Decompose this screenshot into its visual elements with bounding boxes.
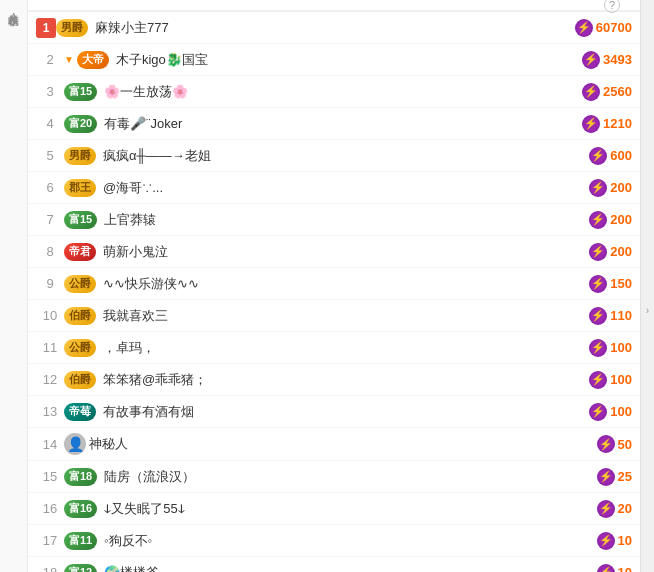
lightning-icon: ⚡	[589, 339, 607, 357]
lightning-icon: ⚡	[589, 179, 607, 197]
rank-row[interactable]: 12伯爵笨笨猪@乖乖猪；⚡100	[28, 364, 640, 396]
user-badge: 帝莓	[64, 403, 96, 421]
user-info: ▼大帝木子kigo🐉国宝	[64, 51, 582, 69]
rank-number: 11	[36, 340, 64, 355]
lightning-icon: ⚡	[597, 532, 615, 550]
rank-row[interactable]: 5男爵疯疯α╫——→老姐⚡600	[28, 140, 640, 172]
user-name: 我就喜欢三	[103, 307, 168, 325]
user-badge: 伯爵	[64, 307, 96, 325]
user-badge: 男爵	[56, 19, 88, 37]
user-info: 富20有毒🎤¨Joker	[64, 115, 582, 133]
score-area: ⚡60700	[575, 19, 632, 37]
rank-row[interactable]: 6郡王@海哥∵...⚡200	[28, 172, 640, 204]
score-area: ⚡3493	[582, 51, 632, 69]
user-badge: 富11	[64, 532, 97, 550]
score-area: ⚡100	[589, 339, 632, 357]
score-value: 20	[618, 501, 632, 516]
score-value: 200	[610, 212, 632, 227]
rank-number: 16	[36, 501, 64, 516]
user-info: 公爵，卓玛，	[64, 339, 589, 357]
rank-row[interactable]: 14👤神秘人⚡50	[28, 428, 640, 461]
rank-number: 12	[36, 372, 64, 387]
score-value: 3493	[603, 52, 632, 67]
sidebar-collapse-arrow[interactable]: ∧	[10, 10, 17, 21]
rank-number: 3	[36, 84, 64, 99]
lightning-icon: ⚡	[582, 83, 600, 101]
user-name: 陆房（流浪汉）	[104, 468, 195, 486]
score-value: 2560	[603, 84, 632, 99]
score-area: ⚡20	[597, 500, 632, 518]
user-name: 疯疯α╫——→老姐	[103, 147, 211, 165]
user-badge: 郡王	[64, 179, 96, 197]
rank-row[interactable]: 11公爵，卓玛，⚡100	[28, 332, 640, 364]
user-name: 神秘人	[89, 435, 128, 453]
rank-row[interactable]: 17富11◦狗反不◦⚡10	[28, 525, 640, 557]
user-badge: 富12	[64, 564, 97, 573]
lightning-icon: ⚡	[597, 468, 615, 486]
score-area: ⚡1210	[582, 115, 632, 133]
lightning-icon: ⚡	[589, 307, 607, 325]
user-info: 男爵疯疯α╫——→老姐	[64, 147, 589, 165]
rank-row[interactable]: 1男爵麻辣小主777⚡60700	[28, 12, 640, 44]
rank-number: 10	[36, 308, 64, 323]
user-info: 伯爵笨笨猪@乖乖猪；	[64, 371, 589, 389]
user-info: 帝莓有故事有酒有烟	[64, 403, 589, 421]
score-value: 100	[610, 372, 632, 387]
score-value: 25	[618, 469, 632, 484]
sidebar-right-arrow: ›	[646, 305, 649, 316]
score-value: 60700	[596, 20, 632, 35]
score-area: ⚡200	[589, 179, 632, 197]
score-value: 110	[610, 308, 632, 323]
user-name: 🌍楼楼爷	[104, 564, 159, 573]
main-content: ? 1男爵麻辣小主777⚡607002▼大帝木子kigo🐉国宝⚡34933富15…	[28, 0, 640, 572]
user-info: 男爵麻辣小主777	[56, 19, 575, 37]
user-info: 伯爵我就喜欢三	[64, 307, 589, 325]
rank-row[interactable]: 15富18陆房（流浪汉）⚡25	[28, 461, 640, 493]
user-badge: 公爵	[64, 339, 96, 357]
rank-row[interactable]: 13帝莓有故事有酒有烟⚡100	[28, 396, 640, 428]
rank-row[interactable]: 10伯爵我就喜欢三⚡110	[28, 300, 640, 332]
rank-row[interactable]: 8帝君萌新小鬼泣⚡200	[28, 236, 640, 268]
rank-row[interactable]: 2▼大帝木子kigo🐉国宝⚡3493	[28, 44, 640, 76]
user-info: 富15🌸一生放荡🌸	[64, 83, 582, 101]
score-area: ⚡50	[597, 435, 632, 453]
anon-icon: 👤	[64, 433, 86, 455]
user-name: ◦狗反不◦	[104, 532, 152, 550]
score-area: ⚡150	[589, 275, 632, 293]
rank-number: 18	[36, 565, 64, 572]
rank-row[interactable]: 3富15🌸一生放荡🌸⚡2560	[28, 76, 640, 108]
user-name: @海哥∵...	[103, 179, 163, 197]
score-value: 200	[610, 244, 632, 259]
score-area: ⚡25	[597, 468, 632, 486]
lightning-icon: ⚡	[575, 19, 593, 37]
rank-row[interactable]: 7富15上官莽辕⚡200	[28, 204, 640, 236]
score-area: ⚡100	[589, 371, 632, 389]
help-icon[interactable]: ?	[604, 0, 620, 13]
score-value: 200	[610, 180, 632, 195]
rank-row[interactable]: 18富12🌍楼楼爷⚡10	[28, 557, 640, 572]
lightning-icon: ⚡	[597, 435, 615, 453]
score-area: ⚡10	[597, 564, 632, 573]
user-name: 有毒🎤¨Joker	[104, 115, 182, 133]
user-badge: 富15	[64, 211, 97, 229]
sidebar-right[interactable]: ›	[640, 0, 654, 572]
rank-row[interactable]: 9公爵∿∿快乐游侠∿∿⚡150	[28, 268, 640, 300]
user-name: 有故事有酒有烟	[103, 403, 194, 421]
rank-number: 17	[36, 533, 64, 548]
rank-row[interactable]: 4富20有毒🎤¨Joker⚡1210	[28, 108, 640, 140]
score-value: 10	[618, 533, 632, 548]
rank-row[interactable]: 16富16ↆ又失眠了55ↆ⚡20	[28, 493, 640, 525]
rank-number: 15	[36, 469, 64, 484]
rank-number: 14	[36, 437, 64, 452]
rank-list: 1男爵麻辣小主777⚡607002▼大帝木子kigo🐉国宝⚡34933富15🌸一…	[28, 12, 640, 572]
user-badge: 富15	[64, 83, 97, 101]
lightning-icon: ⚡	[589, 243, 607, 261]
user-badge: 富18	[64, 468, 97, 486]
rank-number: 7	[36, 212, 64, 227]
user-name: 萌新小鬼泣	[103, 243, 168, 261]
score-value: 10	[618, 565, 632, 572]
user-badge: 男爵	[64, 147, 96, 165]
rank-deco-left: ▼	[64, 54, 74, 65]
user-info: 富12🌍楼楼爷	[64, 564, 597, 573]
rank-number: 9	[36, 276, 64, 291]
